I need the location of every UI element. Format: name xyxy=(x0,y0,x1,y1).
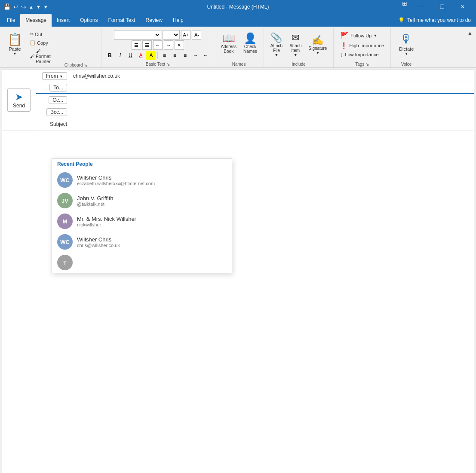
address-book-button[interactable]: 📖 AddressBook xyxy=(218,30,240,56)
contact-item-0[interactable]: WC Willsher Chris elizabeth.willsherxxx@… xyxy=(52,170,232,190)
paste-button[interactable]: 📋 Paste ▼ xyxy=(3,30,27,65)
italic-button[interactable]: I xyxy=(115,51,125,60)
numbered-list-button[interactable]: ☰ xyxy=(142,40,152,50)
title-bar-controls: ⊞ ─ ❐ ✕ xyxy=(399,0,473,14)
menu-insert[interactable]: Insert xyxy=(52,14,75,27)
high-importance-label: High Importance xyxy=(349,43,384,48)
menu-review[interactable]: Review xyxy=(141,14,168,27)
shrink-font-button[interactable]: A- xyxy=(192,30,201,40)
indent-less-button[interactable]: ← xyxy=(201,51,210,60)
font-family-select[interactable] xyxy=(114,30,161,40)
low-importance-button[interactable]: ↓ Low Importance xyxy=(337,50,387,59)
align-center-button[interactable]: ≡ xyxy=(170,51,179,60)
avatar-initials-1: JV xyxy=(61,198,68,204)
clipboard-expand-icon[interactable]: ↘ xyxy=(84,63,87,67)
copy-button[interactable]: 📋 Copy xyxy=(27,39,53,47)
format-painter-label: 🖌 Format Painter xyxy=(36,49,51,64)
cc-label-area: Cc... xyxy=(36,96,71,104)
address-book-label: AddressBook xyxy=(221,44,236,54)
flag-icon: 🚩 xyxy=(340,31,349,40)
save-icon[interactable]: 💾 xyxy=(3,3,11,10)
include-row: 📎 AttachFile ▼ ✉ AttachItem ▼ ✍ Signatur… xyxy=(267,30,330,59)
bold-button[interactable]: B xyxy=(105,51,114,60)
high-importance-button[interactable]: ❗ High Importance xyxy=(337,41,387,50)
increase-indent-button[interactable]: → xyxy=(164,40,173,50)
ribbon-collapse-icon: ▲ xyxy=(467,30,473,36)
indent-more-button[interactable]: → xyxy=(190,51,200,60)
names-row: 📖 AddressBook 👤 CheckNames xyxy=(218,30,260,56)
from-field-row: From ▼ chris@willsher.co.uk xyxy=(36,70,474,82)
to-input[interactable] xyxy=(71,83,474,92)
copy-icon: 📋 xyxy=(30,40,36,46)
dropdown-header: Recent People xyxy=(52,159,232,170)
autocomplete-dropdown: Recent People WC Willsher Chris elizabet… xyxy=(52,158,232,273)
signature-button[interactable]: ✍ Signature ▼ xyxy=(306,33,330,57)
send-label: Send xyxy=(13,103,25,109)
bullet-list-button[interactable]: ☰ xyxy=(132,40,141,50)
to-button[interactable]: To... xyxy=(49,84,67,92)
check-names-button[interactable]: 👤 CheckNames xyxy=(240,30,260,56)
contact-item-2[interactable]: M Mr. & Mrs. Nick Willsher nickwillsher xyxy=(52,211,232,232)
from-button[interactable]: From ▼ xyxy=(42,72,67,80)
tags-expand-icon[interactable]: ↘ xyxy=(365,62,369,67)
font-row-1: A+ A- xyxy=(114,30,201,40)
check-names-icon: 👤 xyxy=(244,32,257,44)
tags-section: 🚩 Follow Up ▼ ❗ High Importance ↓ Low Im… xyxy=(337,30,387,59)
title-bar-left: 💾 ↩ ↪ ▲ ▼ ▼ xyxy=(3,3,48,10)
align-left-button[interactable]: ≡ xyxy=(160,51,169,60)
contact-item-4[interactable]: T xyxy=(52,252,232,273)
contact-email-2: nickwillsher xyxy=(77,222,136,227)
attach-item-button[interactable]: ✉ AttachItem ▼ xyxy=(286,30,304,59)
decrease-indent-button[interactable]: ← xyxy=(153,40,163,50)
menu-message[interactable]: Message xyxy=(20,14,52,27)
format-painter-icon: 🖌 xyxy=(30,54,34,59)
menu-format-text[interactable]: Format Text xyxy=(103,14,140,27)
menu-options[interactable]: Options xyxy=(75,14,103,27)
cut-button[interactable]: ✂ Cut xyxy=(27,30,53,38)
scroll-down-icon[interactable]: ▼ xyxy=(36,4,41,9)
undo-icon[interactable]: ↩ xyxy=(13,3,18,10)
menu-file[interactable]: File xyxy=(2,14,20,27)
redo-icon[interactable]: ↪ xyxy=(21,3,26,10)
ribbon-group-include: 📎 AttachFile ▼ ✉ AttachItem ▼ ✍ Signatur… xyxy=(264,28,334,67)
include-label: Include xyxy=(292,60,305,67)
format-painter-button[interactable]: 🖌 🖌 Format Painter xyxy=(27,47,53,65)
copy-label: Copy xyxy=(37,40,48,46)
basic-text-expand-icon[interactable]: ↘ xyxy=(166,62,170,67)
close-button[interactable]: ✕ xyxy=(453,0,473,14)
contact-email-1: @talktalk.net xyxy=(77,201,114,207)
clear-format-button[interactable]: ✕ xyxy=(175,40,184,50)
search-placeholder-text[interactable]: Tell me what you want to do xyxy=(407,17,471,23)
basic-text-label: Basic Text ↘ xyxy=(146,60,170,67)
clipboard-small-buttons: ✂ Cut 📋 Copy 🖌 🖌 Format Painter xyxy=(27,30,53,65)
compose-fields: From ▼ chris@willsher.co.uk To... xyxy=(36,70,474,130)
font-color-button[interactable]: A xyxy=(136,51,145,60)
contact-info-1: John V. Griffith @talktalk.net xyxy=(77,195,114,207)
subject-input[interactable] xyxy=(71,119,474,129)
underline-button[interactable]: U xyxy=(126,51,135,60)
customize-icon[interactable]: ▼ xyxy=(43,4,48,9)
menu-help[interactable]: Help xyxy=(168,14,189,27)
contact-item-3[interactable]: WC Willsher Chris chris@willsher.co.uk xyxy=(52,232,232,252)
from-row: ➤ Send From ▼ chris@willsher.co.uk xyxy=(2,70,474,131)
layout-icon[interactable]: ⊞ xyxy=(399,0,411,14)
minimize-button[interactable]: ─ xyxy=(412,0,431,14)
send-button[interactable]: ➤ Send xyxy=(7,88,31,112)
font-size-select[interactable] xyxy=(163,30,180,40)
low-importance-icon: ↓ xyxy=(340,51,343,58)
cc-button[interactable]: Cc... xyxy=(49,96,67,104)
follow-up-label: Follow Up xyxy=(350,33,372,38)
restore-button[interactable]: ❐ xyxy=(432,0,452,14)
highlight-button[interactable]: A xyxy=(146,51,156,60)
dictate-button[interactable]: 🎙 Dictate ▼ xyxy=(394,30,418,58)
ribbon-collapse-button[interactable]: ▲ xyxy=(464,28,476,67)
attach-file-button[interactable]: 📎 AttachFile ▼ xyxy=(267,30,286,59)
to-label-area: To... xyxy=(36,84,71,92)
align-right-button[interactable]: ≡ xyxy=(180,51,190,60)
follow-up-button[interactable]: 🚩 Follow Up ▼ xyxy=(337,30,387,41)
contact-item-1[interactable]: JV John V. Griffith @talktalk.net xyxy=(52,190,232,211)
grow-font-button[interactable]: A+ xyxy=(181,30,190,40)
bcc-button[interactable]: Bcc... xyxy=(46,108,67,116)
scroll-up-icon[interactable]: ▲ xyxy=(29,4,34,9)
avatar-4: T xyxy=(57,255,73,270)
